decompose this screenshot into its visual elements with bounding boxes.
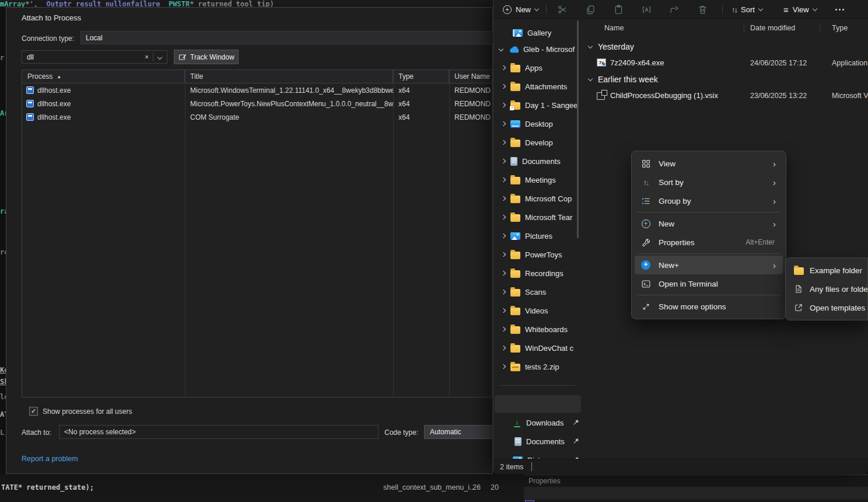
sidebar-item-documents[interactable]: Documents [494,152,585,170]
connection-type-select[interactable]: Local [80,31,494,44]
sidebar-scrollbar[interactable] [577,20,579,238]
menu-item-new[interactable]: + New › [635,214,783,233]
menu-item-open-in-terminal[interactable]: Open in Terminal [635,274,783,293]
column-header-user-name[interactable]: User Name [449,70,492,83]
column-header-title[interactable]: Title [185,70,393,83]
column-header-type[interactable]: Type [832,24,848,32]
chevron-right-icon[interactable] [501,177,506,182]
chevron-right-icon[interactable] [501,84,506,89]
group-label: Yesterday [598,42,634,51]
submenu-item-example-folder[interactable]: Example folder [789,261,864,280]
folder-icon [510,65,520,72]
process-row[interactable]: dllhost.exe Microsoft.WindowsTerminal_1.… [22,83,492,97]
sidebar-item-scans[interactable]: Scans [494,283,585,301]
sidebar-item-whiteboards[interactable]: Whiteboards [494,320,585,339]
column-separator[interactable] [820,25,820,33]
chevron-right-icon[interactable] [501,215,506,219]
toolbar-separator [546,5,547,14]
sidebar-item-develop[interactable]: Develop [494,133,585,152]
chevron-right-icon[interactable] [501,159,506,163]
column-header-date-modified[interactable]: Date modified [750,24,795,32]
share-button[interactable] [666,2,683,16]
sort-button[interactable]: ↑↓ Sort [727,2,767,17]
chevron-right-icon[interactable] [501,233,506,238]
sidebar-item-videos[interactable]: Videos [494,301,585,320]
view-button[interactable]: ≡ View [779,2,821,17]
sidebar-item-apps[interactable]: Apps [494,58,585,77]
attach-to-label: Attach to: [22,428,51,437]
sidebar-item-recordings[interactable]: Recordings [494,264,585,283]
sidebar-item-attachments[interactable]: Attachments [494,77,585,96]
column-header-type[interactable]: Type [393,70,449,83]
chevron-down-icon[interactable] [588,76,593,81]
menu-item-properties[interactable]: Properties Alt+Enter [635,233,783,252]
sidebar-item-tests-zip[interactable]: tests 2.zip [494,357,585,376]
cut-button[interactable] [554,2,571,16]
paste-button[interactable] [610,2,627,16]
connection-type-label: Connection type: [22,34,74,43]
chevron-right-icon[interactable] [501,65,506,70]
code-type-select[interactable]: Automatic [424,425,494,439]
chevron-down-icon[interactable] [588,44,593,48]
more-options-button[interactable] [831,2,849,17]
chevron-right-icon[interactable] [501,346,506,350]
submenu-item-label: Example folder [810,266,862,275]
show-all-users-checkbox[interactable]: ✓ [29,407,38,416]
menu-item-sort-by[interactable]: ↑↓ Sort by › [635,173,783,191]
attach-to-value: <No process selected> [64,428,136,436]
chevron-right-icon[interactable] [501,196,506,201]
sidebar-item-powertoys[interactable]: PowerToys [494,245,585,264]
sidebar-item-microsoft-teams[interactable]: Microsoft Tear [494,208,585,226]
sidebar-item-pinned-documents[interactable]: Documents [494,432,585,451]
menu-item-new-plus[interactable]: + New+ › [635,256,783,274]
sidebar-item-pinned-downloads[interactable]: ↓ Downloads [494,413,585,432]
menu-item-show-more-options[interactable]: Show more options [635,297,783,316]
chevron-down-icon [812,6,817,11]
chevron-right-icon[interactable] [501,103,506,107]
copy-button[interactable] [582,2,599,16]
menu-item-view[interactable]: View › [635,154,783,173]
code-token: * returned_tool_tip) [190,0,274,7]
filter-dropdown-icon[interactable] [158,54,162,59]
menu-item-label: New+ [659,261,679,270]
track-window-button[interactable]: Track Window [174,50,239,64]
submenu-item-any-files-or-folders[interactable]: Any files or folde [789,280,864,298]
sidebar-item-meetings[interactable]: Meetings [494,170,585,189]
clear-filter-icon[interactable]: × [141,53,153,61]
sidebar-item-day1[interactable]: Day 1 - Sangee [494,96,585,114]
group-header-yesterday[interactable]: Yesterday [585,40,868,54]
file-row-7z2409[interactable]: 7z 7z2409-x64.exe 24/06/2025 17:12 Appli… [585,56,868,70]
rename-button[interactable] [638,2,655,16]
process-row[interactable]: dllhost.exe COM Surrogate x64 REDMOND [22,110,492,124]
group-header-earlier-this-week[interactable]: Earlier this week [585,72,868,86]
delete-button[interactable] [694,2,711,16]
report-a-problem-link[interactable]: Report a problem [22,455,78,463]
chevron-right-icon[interactable] [501,308,506,313]
chevron-right-icon[interactable] [501,327,506,332]
chevron-down-icon [758,6,763,11]
column-header-process[interactable]: Process ▲ [22,70,185,83]
chevron-right-icon[interactable] [501,290,506,294]
process-filter-input[interactable]: dll × [22,50,167,64]
new-button[interactable]: + New [498,2,543,17]
column-separator[interactable] [744,25,744,33]
chevron-down-icon[interactable] [499,47,503,51]
sidebar-item-pinned-pictures[interactable]: Pictures [494,451,585,459]
process-row[interactable]: dllhost.exe Microsoft.PowerToys.NewPlusC… [22,97,492,110]
column-header-name[interactable]: Name [604,24,624,32]
attach-to-field[interactable]: <No process selected> [59,425,379,439]
submenu-item-open-templates[interactable]: Open templates [789,298,864,317]
sidebar-item-windevchat[interactable]: WinDevChat c [494,339,585,357]
sidebar-item-microsoft-copilot[interactable]: Microsoft Cop [494,189,585,208]
chevron-right-icon[interactable] [501,140,506,145]
chevron-right-icon[interactable] [501,271,506,276]
menu-item-group-by[interactable]: Group by › [635,191,783,210]
chevron-right-icon[interactable] [501,364,506,369]
menu-item-label: Group by [659,197,691,205]
sidebar-item-onedrive[interactable]: Gleb - Microsof [494,40,585,58]
sidebar-item-pictures[interactable]: Pictures [494,226,585,245]
chevron-right-icon[interactable] [501,252,506,257]
sidebar-item-desktop[interactable]: Desktop [494,114,585,133]
chevron-right-icon[interactable] [501,121,506,126]
file-row-childprocessdebugging[interactable]: ChildProcessDebugging (1).vsix 23/06/202… [585,89,868,103]
